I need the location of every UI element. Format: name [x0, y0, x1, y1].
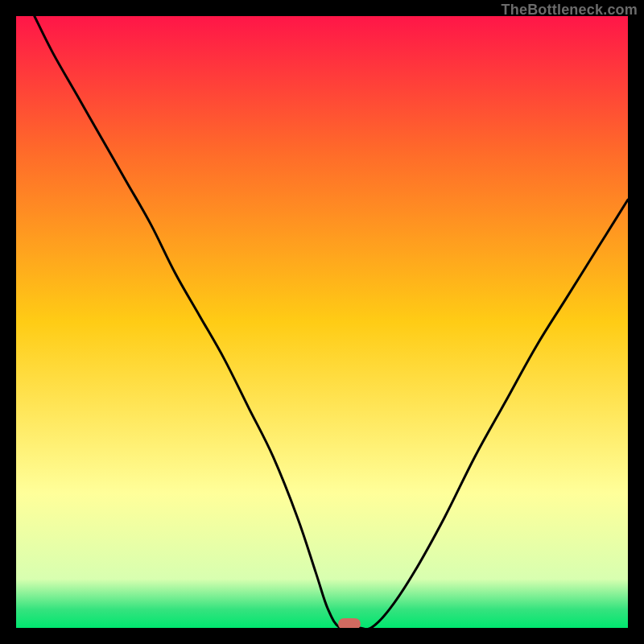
plot-area	[16, 16, 628, 628]
watermark-text: TheBottleneck.com	[502, 2, 638, 19]
optimal-marker	[338, 618, 361, 628]
gradient-background	[16, 16, 628, 628]
plot-svg	[16, 16, 628, 628]
chart-frame: TheBottleneck.com	[0, 0, 644, 644]
